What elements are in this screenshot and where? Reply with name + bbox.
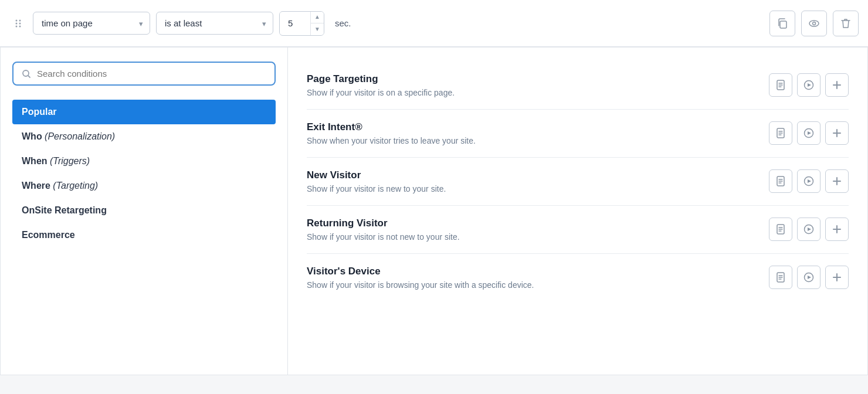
svg-point-3	[19, 22, 21, 24]
condition-actions-visitors-device	[769, 266, 849, 289]
condition-preview-button-returning-visitor[interactable]	[797, 218, 820, 241]
drag-handle-icon[interactable]	[9, 15, 27, 32]
sidebar-item-where-italic: (Targeting)	[53, 181, 98, 191]
condition-item-visitors-device: Visitor's Device Show if your visitor is…	[307, 254, 849, 301]
unit-label: sec.	[335, 18, 351, 28]
condition-title-returning-visitor: Returning Visitor	[307, 218, 757, 229]
svg-marker-12	[808, 83, 811, 87]
condition-text-page-targeting: Page Targeting Show if your visitor is o…	[307, 73, 757, 97]
condition-add-button-visitors-device[interactable]	[825, 266, 849, 289]
svg-point-0	[16, 19, 18, 21]
svg-point-8	[813, 22, 816, 25]
condition-desc-new-visitor: Show if your visitor is new to your site…	[307, 184, 757, 193]
condition-add-button-new-visitor[interactable]	[825, 169, 849, 193]
number-input[interactable]: 5	[280, 12, 310, 34]
condition-doc-button-page-targeting[interactable]	[769, 73, 792, 97]
svg-marker-18	[808, 179, 811, 183]
number-input-wrapper[interactable]: 5 ▲ ▼	[279, 11, 324, 36]
condition-item-new-visitor: New Visitor Show if your visitor is new …	[307, 158, 849, 206]
condition-actions-returning-visitor	[769, 218, 849, 241]
svg-rect-6	[780, 21, 786, 28]
sidebar-item-ecommerce[interactable]: Ecommerce	[12, 223, 276, 247]
operator-field-select[interactable]: is at least is at most is exactly	[156, 12, 273, 35]
condition-title-page-targeting: Page Targeting	[307, 73, 757, 85]
condition-doc-button-visitors-device[interactable]	[769, 266, 792, 289]
preview-button[interactable]	[801, 11, 827, 36]
condition-preview-button-exit-intent[interactable]	[797, 121, 820, 145]
sidebar-item-popular[interactable]: Popular	[12, 100, 276, 124]
svg-point-2	[16, 22, 18, 24]
number-spinners: ▲ ▼	[310, 12, 324, 35]
svg-point-1	[19, 19, 21, 21]
condition-desc-returning-visitor: Show if your visitor is not new to your …	[307, 232, 757, 242]
svg-point-7	[809, 21, 819, 26]
condition-desc-exit-intent: Show when your visitor tries to leave yo…	[307, 136, 757, 145]
condition-desc-visitors-device: Show if your visitor is browsing your si…	[307, 280, 757, 290]
condition-doc-button-returning-visitor[interactable]	[769, 218, 792, 241]
condition-add-button-returning-visitor[interactable]	[825, 218, 849, 241]
condition-field-select[interactable]: time on page scroll depth time on site p…	[33, 12, 150, 35]
svg-marker-21	[808, 227, 811, 231]
condition-text-returning-visitor: Returning Visitor Show if your visitor i…	[307, 218, 757, 242]
search-icon	[22, 69, 31, 79]
spinner-down-button[interactable]: ▼	[311, 23, 324, 35]
condition-item-page-targeting: Page Targeting Show if your visitor is o…	[307, 62, 849, 110]
condition-text-visitors-device: Visitor's Device Show if your visitor is…	[307, 266, 757, 290]
copy-button[interactable]	[769, 11, 795, 36]
sidebar-item-when-italic: (Triggers)	[50, 156, 90, 166]
condition-title-new-visitor: New Visitor	[307, 169, 757, 181]
sidebar-item-who-italic: (Personalization)	[45, 131, 115, 141]
condition-item-returning-visitor: Returning Visitor Show if your visitor i…	[307, 206, 849, 254]
condition-title-exit-intent: Exit Intent®	[307, 121, 757, 133]
condition-preview-button-page-targeting[interactable]	[797, 73, 820, 97]
search-box[interactable]	[12, 62, 276, 86]
condition-desc-page-targeting: Show if your visitor is on a specific pa…	[307, 88, 757, 97]
condition-doc-button-new-visitor[interactable]	[769, 169, 792, 193]
svg-marker-15	[808, 131, 811, 135]
svg-marker-24	[808, 276, 811, 279]
svg-point-4	[16, 25, 18, 27]
top-bar: time on page scroll depth time on site p…	[0, 0, 868, 47]
right-panel: Page Targeting Show if your visitor is o…	[288, 47, 867, 375]
main-content: Popular Who (Personalization) When (Trig…	[0, 47, 868, 375]
sidebar: Popular Who (Personalization) When (Trig…	[1, 47, 288, 375]
operator-field-wrapper[interactable]: is at least is at most is exactly	[156, 12, 273, 35]
condition-actions-exit-intent	[769, 121, 849, 145]
condition-actions-page-targeting	[769, 73, 849, 97]
svg-point-5	[19, 25, 21, 27]
condition-actions-new-visitor	[769, 169, 849, 193]
condition-preview-button-new-visitor[interactable]	[797, 169, 820, 193]
condition-field-wrapper[interactable]: time on page scroll depth time on site p…	[33, 12, 150, 35]
condition-text-new-visitor: New Visitor Show if your visitor is new …	[307, 169, 757, 193]
condition-preview-button-visitors-device[interactable]	[797, 266, 820, 289]
condition-add-button-page-targeting[interactable]	[825, 73, 849, 97]
delete-button[interactable]	[833, 11, 859, 36]
sidebar-item-where[interactable]: Where (Targeting)	[12, 174, 276, 198]
sidebar-item-who[interactable]: Who (Personalization)	[12, 124, 276, 149]
sidebar-item-onsite[interactable]: OnSite Retargeting	[12, 198, 276, 223]
spinner-up-button[interactable]: ▲	[311, 12, 324, 23]
search-input[interactable]	[37, 69, 266, 79]
condition-add-button-exit-intent[interactable]	[825, 121, 849, 145]
condition-doc-button-exit-intent[interactable]	[769, 121, 792, 145]
condition-item-exit-intent: Exit Intent® Show when your visitor trie…	[307, 110, 849, 158]
sidebar-item-when[interactable]: When (Triggers)	[12, 149, 276, 174]
condition-title-visitors-device: Visitor's Device	[307, 266, 757, 277]
condition-text-exit-intent: Exit Intent® Show when your visitor trie…	[307, 121, 757, 145]
